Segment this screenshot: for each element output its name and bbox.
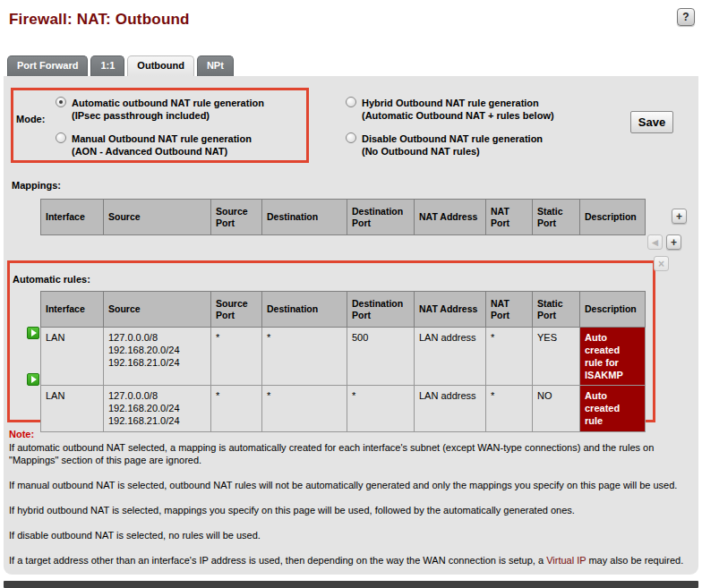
rule-active-icon — [27, 373, 39, 386]
radio-hybrid-outbound-nat[interactable] — [346, 97, 356, 107]
cell-destination-port: * — [347, 386, 415, 432]
radio-disable-outbound-nat[interactable] — [346, 132, 356, 143]
col-nat-port: NAT Port — [486, 200, 533, 235]
note-virtual-ip-before: If a target address other than an interf… — [9, 555, 546, 566]
automatic-rules-table: Interface Source Source Port Destination… — [40, 291, 646, 432]
radio-automatic-outbound-nat[interactable] — [56, 97, 66, 107]
add-mapping-icon-2[interactable]: + — [666, 234, 681, 250]
col-nat-port: NAT Port — [486, 292, 533, 328]
mode-label: Mode: — [16, 114, 45, 124]
mode-option-manual-label: Manual Outbound NAT rule generation (AON… — [72, 132, 252, 158]
note-automatic: If automatic outbound NAT selected, a ma… — [9, 441, 688, 466]
mode-option-automatic: Automatic outbound NAT rule generation (… — [56, 97, 264, 122]
note-heading: Note: — [9, 428, 688, 440]
move-mappings-icon[interactable]: ◄ — [647, 234, 663, 250]
cell-nat-address: LAN address — [415, 386, 486, 432]
col-description: Description — [580, 292, 646, 328]
cell-nat-address: LAN address — [415, 328, 486, 386]
note-disable: If disable outbound NAT is selected, no … — [9, 529, 688, 541]
tab-port-forward[interactable]: Port Forward — [7, 55, 88, 76]
cell-destination: * — [262, 328, 347, 386]
cell-description: Auto created rule for ISAKMP — [580, 328, 646, 386]
col-destination: Destination — [262, 292, 347, 328]
note-virtual-ip: If a target address other than an interf… — [9, 554, 688, 567]
delete-mappings-icon[interactable]: × — [654, 256, 669, 271]
footer-bar — [4, 581, 698, 588]
help-icon[interactable]: ? — [677, 8, 695, 26]
cell-interface: LAN — [41, 328, 104, 386]
table-row: LAN 127.0.0.0/8 192.168.20.0/24 192.168.… — [41, 386, 646, 432]
mode-option-disable: Disable Outbound NAT rule generation (No… — [346, 132, 543, 158]
col-destination: Destination — [262, 200, 347, 235]
play-triangle — [31, 329, 37, 337]
cell-source: 127.0.0.0/8 192.168.20.0/24 192.168.21.0… — [104, 386, 211, 432]
col-nat-address: NAT Address — [415, 200, 486, 235]
play-triangle — [31, 376, 37, 383]
mappings-table: Interface Source Source Port Destination… — [40, 199, 646, 235]
automatic-rules-section-label: Automatic rules: — [13, 274, 90, 285]
tab-bar: Port Forward 1:1 Outbound NPt — [7, 55, 234, 76]
mode-option-automatic-label: Automatic outbound NAT rule generation (… — [72, 97, 264, 122]
rule-active-icon — [27, 327, 39, 339]
mappings-header-row: Interface Source Source Port Destination… — [41, 200, 646, 235]
tab-1-1[interactable]: 1:1 — [90, 55, 124, 76]
note-hybrid: If hybrid outbound NAT is selected, mapp… — [9, 504, 688, 516]
notes-section: Note: If automatic outbound NAT selected… — [9, 428, 688, 579]
col-source-port: Source Port — [211, 200, 262, 235]
content-panel: Mode: Automatic outbound NAT rule genera… — [4, 76, 698, 575]
pfsense-page: Firewall: NAT: Outbound ? Port Forward 1… — [0, 0, 702, 588]
cell-source: 127.0.0.0/8 192.168.20.0/24 192.168.21.0… — [104, 328, 211, 386]
page-title: Firewall: NAT: Outbound — [9, 11, 190, 29]
cell-static-port: NO — [533, 386, 580, 432]
cell-description: Auto created rule — [580, 386, 646, 432]
col-description: Description — [580, 200, 646, 235]
cell-nat-port: * — [486, 328, 533, 386]
cell-source-port: * — [211, 328, 262, 386]
table-row: LAN 127.0.0.0/8 192.168.20.0/24 192.168.… — [41, 328, 646, 386]
radio-manual-outbound-nat[interactable] — [56, 132, 66, 143]
mode-option-hybrid: Hybrid Outbound NAT rule generation (Aut… — [346, 97, 554, 122]
save-button[interactable]: Save — [630, 111, 673, 133]
col-interface: Interface — [41, 200, 104, 235]
tab-outbound[interactable]: Outbound — [127, 55, 194, 76]
mode-option-manual: Manual Outbound NAT rule generation (AON… — [56, 132, 252, 158]
cell-nat-port: * — [486, 386, 533, 432]
cell-interface: LAN — [41, 386, 104, 432]
add-mapping-icon[interactable]: + — [672, 209, 687, 224]
col-source-port: Source Port — [211, 292, 262, 328]
note-virtual-ip-after: may also be required. — [586, 555, 683, 566]
col-destination-port: Destination Port — [347, 292, 415, 328]
tab-npt[interactable]: NPt — [197, 55, 234, 76]
radio-dot — [59, 100, 63, 104]
col-static-port: Static Port — [533, 292, 580, 328]
cell-static-port: YES — [533, 328, 580, 386]
automatic-rules-header-row: Interface Source Source Port Destination… — [41, 292, 646, 328]
col-interface: Interface — [41, 292, 104, 328]
note-manual: If manual outbound NAT is selected, outb… — [9, 479, 688, 491]
cell-destination: * — [262, 386, 347, 432]
col-source: Source — [104, 200, 211, 235]
col-nat-address: NAT Address — [415, 292, 486, 328]
virtual-ip-link[interactable]: Virtual IP — [546, 555, 586, 566]
cell-source-port: * — [211, 386, 262, 432]
mode-option-hybrid-label: Hybrid Outbound NAT rule generation (Aut… — [362, 97, 554, 122]
col-destination-port: Destination Port — [347, 200, 415, 235]
cell-destination-port: 500 — [347, 328, 415, 386]
col-static-port: Static Port — [533, 200, 580, 235]
mappings-section-label: Mappings: — [12, 180, 61, 191]
mode-option-disable-label: Disable Outbound NAT rule generation (No… — [362, 132, 543, 158]
col-source: Source — [104, 292, 211, 328]
